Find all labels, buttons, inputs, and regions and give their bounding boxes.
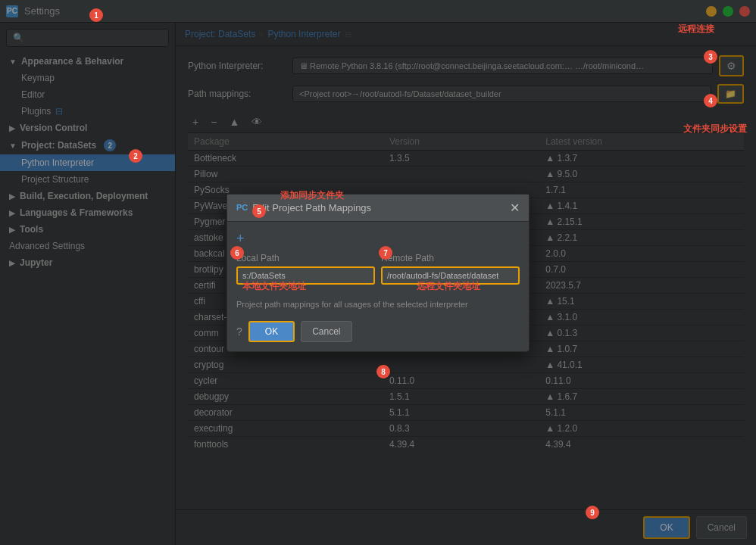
annotation-8: 8 (376, 365, 390, 378)
modal-close-button[interactable]: ✕ (510, 201, 520, 215)
modal-title-bar: PC Edit Project Path Mappings ✕ (227, 195, 529, 222)
annotation-6: 6 (230, 246, 244, 260)
modal-body: + Local Path Remote Path (227, 222, 529, 297)
modal-path-row (236, 266, 520, 285)
local-path-input[interactable] (236, 266, 375, 285)
col-header-remote: Remote Path (381, 253, 520, 263)
annotation-4: 4 (704, 94, 717, 107)
modal-overlay: PC Edit Project Path Mappings ✕ + Local … (0, 0, 756, 545)
modal-hint-text: Project path mappings for all usages of … (227, 297, 529, 315)
edit-path-mappings-modal: PC Edit Project Path Mappings ✕ + Local … (226, 194, 530, 352)
annotation-5: 5 (252, 204, 266, 218)
annotation-3: 3 (704, 50, 717, 64)
modal-cancel-button[interactable]: Cancel (301, 321, 351, 342)
annotation-2: 2 (129, 149, 142, 163)
col-header-local: Local Path (236, 253, 375, 263)
main-window: PC Settings ▼ Appearance & Behavior Keym… (0, 0, 756, 545)
modal-add-button[interactable]: + (236, 231, 245, 247)
modal-ok-button[interactable]: OK (248, 321, 295, 342)
modal-column-headers: Local Path Remote Path (236, 253, 520, 263)
modal-title-text: Edit Project Path Mappings (252, 202, 371, 213)
modal-help-button[interactable]: ? (236, 325, 242, 338)
modal-footer-buttons: OK Cancel (248, 321, 352, 342)
annotation-1: 1 (89, 8, 103, 22)
annotation-9: 9 (586, 506, 599, 519)
modal-footer: ? OK Cancel (227, 315, 529, 351)
modal-toolbar: + (236, 231, 520, 247)
modal-pc-icon: PC (236, 203, 248, 212)
remote-path-input[interactable] (381, 266, 520, 285)
annotation-7: 7 (379, 246, 392, 260)
